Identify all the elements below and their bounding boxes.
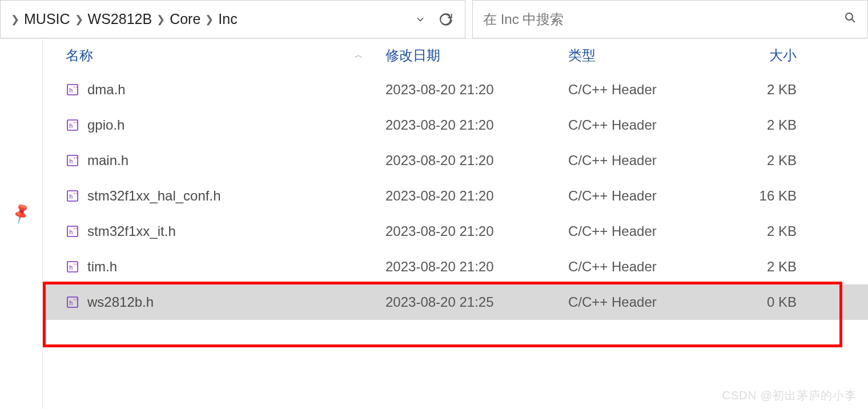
file-date: 2023-08-20 21:20 <box>385 188 568 204</box>
svg-point-0 <box>846 13 853 20</box>
file-name: dma.h <box>87 82 126 98</box>
header-file-icon: h++ <box>66 154 79 167</box>
chevron-right-icon: ❯ <box>10 13 21 26</box>
table-row[interactable]: h++gpio.h2023-08-20 21:20C/C++ Header2 K… <box>43 107 868 143</box>
address-dropdown-button[interactable] <box>409 14 432 25</box>
svg-text:++: ++ <box>73 262 78 266</box>
breadcrumb: ❯ MUSIC ❯ WS2812B ❯ Core ❯ Inc <box>10 11 409 27</box>
file-name-cell: h++ws2812b.h <box>66 294 385 310</box>
file-name-cell: h++gpio.h <box>66 117 385 133</box>
file-size: 2 KB <box>722 117 814 133</box>
header-file-icon: h++ <box>66 295 79 309</box>
breadcrumb-item[interactable]: Core <box>170 11 200 27</box>
top-bar: ❯ MUSIC ❯ WS2812B ❯ Core ❯ Inc 在 Inc 中搜索 <box>0 0 868 39</box>
search-icon <box>843 11 857 28</box>
column-header-type[interactable]: 类型 <box>568 46 722 65</box>
file-name: stm32f1xx_it.h <box>87 223 176 239</box>
chevron-right-icon: ❯ <box>155 13 166 26</box>
file-type: C/C++ Header <box>568 153 722 169</box>
address-bar[interactable]: ❯ MUSIC ❯ WS2812B ❯ Core ❯ Inc <box>0 0 465 38</box>
svg-text:h: h <box>69 158 73 165</box>
sort-ascending-icon: ︿ <box>355 50 385 61</box>
file-type: C/C++ Header <box>568 82 722 98</box>
file-name: ws2812b.h <box>87 294 154 310</box>
svg-text:++: ++ <box>73 191 78 195</box>
column-header-size[interactable]: 大小 <box>722 46 814 65</box>
columns-header: 名称 ︿ 修改日期 类型 大小 <box>43 39 868 72</box>
table-row[interactable]: h++stm32f1xx_hal_conf.h2023-08-20 21:20C… <box>43 178 868 214</box>
svg-text:h: h <box>69 122 73 130</box>
file-name: main.h <box>87 153 128 169</box>
svg-text:h: h <box>69 264 73 271</box>
file-name-cell: h++tim.h <box>66 259 385 275</box>
chevron-right-icon: ❯ <box>74 13 85 26</box>
file-name: stm32f1xx_hal_conf.h <box>87 188 220 204</box>
file-size: 16 KB <box>722 188 814 204</box>
table-row[interactable]: h++stm32f1xx_it.h2023-08-20 21:20C/C++ H… <box>43 214 868 249</box>
svg-text:++: ++ <box>73 298 78 302</box>
column-header-date[interactable]: 修改日期 <box>385 46 568 65</box>
file-size: 2 KB <box>722 82 814 98</box>
table-row[interactable]: h++dma.h2023-08-20 21:20C/C++ Header2 KB <box>43 72 868 107</box>
svg-text:h: h <box>69 299 73 307</box>
file-date: 2023-08-20 21:20 <box>385 82 568 98</box>
file-size: 2 KB <box>722 259 814 275</box>
table-row[interactable]: h++tim.h2023-08-20 21:20C/C++ Header2 KB <box>43 249 868 284</box>
table-row[interactable]: h++ws2812b.h2023-08-20 21:25C/C++ Header… <box>43 284 868 320</box>
file-name: gpio.h <box>87 117 124 133</box>
header-file-icon: h++ <box>66 118 79 132</box>
table-row[interactable]: h++main.h2023-08-20 21:20C/C++ Header2 K… <box>43 143 868 178</box>
file-size: 2 KB <box>722 153 814 169</box>
file-name-cell: h++stm32f1xx_hal_conf.h <box>66 188 385 204</box>
file-type: C/C++ Header <box>568 259 722 275</box>
main-area: 📌 名称 ︿ 修改日期 类型 大小 h++dma.h2023-08-20 21:… <box>0 39 868 409</box>
file-list: h++dma.h2023-08-20 21:20C/C++ Header2 KB… <box>43 72 868 320</box>
svg-text:h: h <box>69 193 73 201</box>
svg-text:++: ++ <box>73 85 78 89</box>
file-date: 2023-08-20 21:20 <box>385 223 568 239</box>
file-type: C/C++ Header <box>568 294 722 310</box>
header-file-icon: h++ <box>66 260 79 274</box>
svg-text:++: ++ <box>73 156 78 160</box>
file-name-cell: h++stm32f1xx_it.h <box>66 223 385 239</box>
search-input[interactable]: 在 Inc 中搜索 <box>472 0 868 38</box>
file-date: 2023-08-20 21:20 <box>385 153 568 169</box>
svg-line-1 <box>852 19 855 22</box>
file-size: 0 KB <box>722 294 814 310</box>
file-date: 2023-08-20 21:20 <box>385 259 568 275</box>
file-name-cell: h++main.h <box>66 153 385 169</box>
svg-text:++: ++ <box>73 121 78 125</box>
header-file-icon: h++ <box>66 83 79 97</box>
file-type: C/C++ Header <box>568 117 722 133</box>
breadcrumb-item[interactable]: MUSIC <box>24 11 70 27</box>
chevron-right-icon: ❯ <box>204 13 215 26</box>
file-size: 2 KB <box>722 223 814 239</box>
breadcrumb-item[interactable]: WS2812B <box>88 11 152 27</box>
pin-icon[interactable]: 📌 <box>9 201 33 226</box>
file-date: 2023-08-20 21:20 <box>385 117 568 133</box>
header-file-icon: h++ <box>66 224 79 238</box>
file-name: tim.h <box>87 259 117 275</box>
watermark: CSDN @初出茅庐的小李 <box>722 388 857 403</box>
svg-text:++: ++ <box>73 227 78 231</box>
svg-text:h: h <box>69 228 73 236</box>
header-file-icon: h++ <box>66 189 79 203</box>
svg-text:h: h <box>69 87 73 94</box>
file-pane: 名称 ︿ 修改日期 类型 大小 h++dma.h2023-08-20 21:20… <box>43 39 868 409</box>
search-placeholder: 在 Inc 中搜索 <box>483 10 843 29</box>
file-type: C/C++ Header <box>568 223 722 239</box>
file-type: C/C++ Header <box>568 188 722 204</box>
file-name-cell: h++dma.h <box>66 82 385 98</box>
refresh-button[interactable] <box>432 12 460 27</box>
file-date: 2023-08-20 21:25 <box>385 294 568 310</box>
column-header-name[interactable]: 名称 ︿ <box>66 46 385 65</box>
breadcrumb-item[interactable]: Inc <box>218 11 237 27</box>
navigation-rail: 📌 <box>0 39 43 409</box>
